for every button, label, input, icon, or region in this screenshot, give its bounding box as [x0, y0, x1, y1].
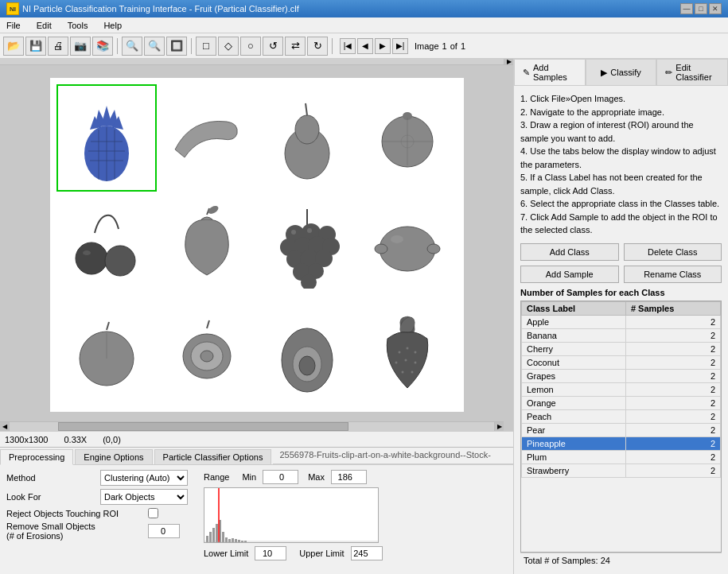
range-row: Range Min Max [204, 470, 383, 484]
class-label-cell: Apple [522, 315, 626, 328]
samples-count-cell: 2 [625, 409, 720, 423]
fruit-cell-coconut-half[interactable] [157, 298, 257, 405]
horizontal-scrollbar[interactable]: ◀ ▶ [0, 421, 504, 431]
avocado-svg [275, 308, 339, 396]
class-label-cell: Pineapple [522, 436, 626, 450]
refresh-button[interactable]: ↻ [307, 37, 328, 56]
maximize-button[interactable]: □ [695, 3, 707, 14]
svg-point-50 [200, 351, 213, 362]
tab-edit-classifier[interactable]: ✏ Edit Classifier [656, 59, 728, 85]
print-button[interactable]: 🖨 [48, 37, 68, 56]
min-input[interactable] [263, 470, 298, 484]
table-row[interactable]: Plum2 [522, 450, 721, 463]
zoom-in-button[interactable]: 🔍 [122, 37, 142, 56]
remove-small-input[interactable] [148, 524, 180, 538]
menu-file[interactable]: File [3, 20, 24, 31]
table-row[interactable]: Strawberry2 [522, 463, 721, 477]
samples-count-cell: 2 [625, 355, 720, 369]
table-row[interactable]: Peach2 [522, 409, 721, 423]
method-select[interactable]: Clustering (Auto) [100, 470, 188, 486]
save-button[interactable]: 💾 [25, 37, 46, 56]
diamond-select-button[interactable]: ◇ [218, 37, 239, 56]
next-image-button[interactable]: ▶ [375, 38, 391, 54]
add-samples-label: Add Samples [533, 63, 577, 82]
scroll-thumb[interactable] [58, 422, 348, 431]
class-label-cell: Pear [522, 423, 626, 436]
scroll-indicator-top: ▶ [0, 59, 513, 65]
add-class-button[interactable]: Add Class [520, 243, 619, 261]
table-row[interactable]: Apple2 [522, 315, 721, 328]
zoom-fit-button[interactable]: 🔲 [166, 37, 187, 56]
menu-help[interactable]: Help [100, 20, 125, 31]
svg-point-24 [206, 205, 219, 215]
fruit-cell-pear[interactable] [257, 84, 357, 192]
samples-count-cell: 2 [625, 369, 720, 382]
table-row[interactable]: Cherry2 [522, 342, 721, 355]
rect-select-button[interactable]: □ [196, 37, 216, 56]
open-button[interactable]: 📂 [3, 37, 24, 56]
last-image-button[interactable]: ▶| [392, 38, 408, 54]
table-row[interactable]: Coconut2 [522, 355, 721, 369]
remove-small-row: Remove Small Objects(# of Erosions) [6, 522, 188, 541]
svg-point-59 [406, 347, 408, 349]
add-sample-button[interactable]: Add Sample [520, 266, 619, 283]
fruit-cell-avocado[interactable] [257, 298, 357, 405]
image-label: Image [415, 41, 439, 51]
delete-class-button[interactable]: Delete Class [624, 243, 722, 261]
samples-count-cell: 2 [625, 436, 720, 450]
fruit-cell-lemon[interactable] [357, 192, 457, 299]
first-image-button[interactable]: |◀ [340, 38, 356, 54]
fruit-cell-pineapple[interactable] [56, 84, 157, 192]
tab-add-samples[interactable]: ✎ Add Samples [514, 59, 586, 85]
prev-image-button[interactable]: ◀ [357, 38, 373, 54]
table-row[interactable]: Orange2 [522, 396, 721, 409]
fruit-cell-cherry[interactable] [56, 192, 157, 299]
zoom-out-button[interactable]: 🔍 [144, 37, 165, 56]
table-row[interactable]: Lemon2 [522, 382, 721, 396]
tab-preprocessing[interactable]: Preprocessing [0, 449, 73, 465]
tab-particle-classifier[interactable]: Particle Classifier Options [154, 449, 272, 464]
flip-button[interactable]: ⇄ [285, 37, 306, 56]
rename-class-button[interactable]: Rename Class [624, 266, 722, 283]
table-row[interactable]: Pineapple2 [522, 436, 721, 450]
tab-classify[interactable]: ▶ Classify [586, 59, 657, 85]
fruit-cell-strawberry[interactable] [357, 298, 457, 405]
scroll-left-btn[interactable]: ◀ [0, 422, 10, 431]
fruit-cell-apple[interactable] [157, 192, 257, 299]
snapshot-button[interactable]: 📷 [70, 37, 91, 56]
menu-edit[interactable]: Edit [33, 20, 55, 31]
rotate-button[interactable]: ↺ [263, 37, 283, 56]
instruction-6: 6. Select the appropriate class in the C… [520, 197, 722, 211]
right-panel: ✎ Add Samples ▶ Classify ✏ Edit Classifi… [513, 59, 728, 574]
class-label-cell: Orange [522, 396, 626, 409]
library-button[interactable]: 📚 [92, 37, 113, 56]
strawberry-svg [376, 308, 439, 396]
instruction-3: 3. Draw a region of interest (ROI) aroun… [520, 118, 722, 145]
fruit-cell-grapes[interactable] [257, 192, 357, 299]
fruit-cell-orange[interactable] [357, 84, 457, 192]
table-row[interactable]: Pear2 [522, 423, 721, 436]
scroll-right-btn-h[interactable]: ▶ [494, 422, 504, 431]
samples-table-container[interactable]: Class Label # Samples Apple2Banana2Cherr… [520, 301, 722, 553]
image-info: Image 1 of 1 [415, 41, 465, 51]
svg-rect-72 [222, 532, 224, 542]
class-label-cell: Plum [522, 450, 626, 463]
lower-limit-input[interactable] [255, 546, 286, 560]
image-current: 1 [442, 41, 447, 51]
remove-small-label: Remove Small Objects(# of Erosions) [6, 522, 142, 541]
look-for-select[interactable]: Dark Objects [100, 489, 188, 505]
table-row[interactable]: Banana2 [522, 328, 721, 342]
circle-select-button[interactable]: ○ [240, 37, 261, 56]
upper-limit-input[interactable] [351, 546, 383, 560]
menu-tools[interactable]: Tools [64, 20, 91, 31]
table-row[interactable]: Grapes2 [522, 369, 721, 382]
tab-engine-options[interactable]: Engine Options [75, 449, 152, 464]
minimize-button[interactable]: — [680, 3, 693, 14]
fruit-cell-plum[interactable] [56, 298, 157, 405]
image-area[interactable]: ▶ [0, 59, 513, 431]
fruit-cell-banana[interactable] [157, 84, 257, 192]
reject-touching-checkbox[interactable] [148, 508, 158, 518]
max-input[interactable] [331, 470, 367, 484]
close-button[interactable]: ✕ [709, 3, 722, 14]
scroll-right-btn[interactable]: ▶ [504, 59, 513, 64]
